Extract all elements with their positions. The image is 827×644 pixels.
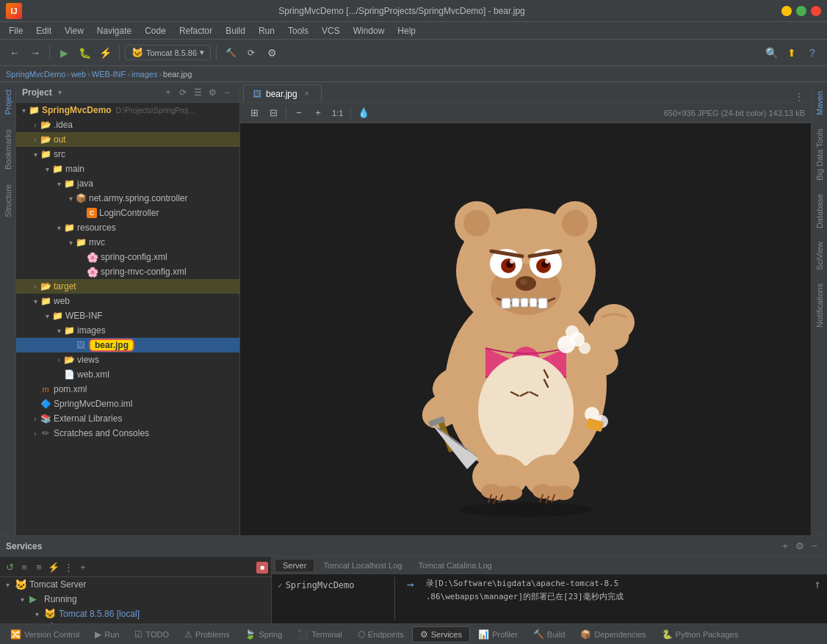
- svc-tomcat-local[interactable]: ▾ 🐱 Tomcat 8.5.86 [local]: [0, 607, 271, 621]
- bottom-tab-vcs[interactable]: 🔀 Version Control: [3, 627, 87, 642]
- svc-filter-btn[interactable]: ⚡: [47, 561, 60, 574]
- bottom-tab-run[interactable]: ▶ Run: [87, 627, 126, 642]
- tree-out[interactable]: › 📂 out: [16, 132, 239, 147]
- editor-tabs-more[interactable]: ⋮: [790, 92, 808, 102]
- menu-file[interactable]: File: [3, 24, 29, 37]
- svc-add-svc-btn[interactable]: +: [76, 561, 90, 574]
- tree-springmvcconfig[interactable]: 🌸 spring-mvc-config.xml: [16, 264, 239, 279]
- vertical-tab-project[interactable]: Project: [1, 82, 15, 122]
- breadcrumb-webinf[interactable]: WEB-INF: [92, 70, 126, 79]
- bottom-tab-services[interactable]: ⚙ Services: [412, 626, 470, 643]
- tree-web[interactable]: ▾ 📁 web: [16, 294, 239, 308]
- bottom-tab-dependencies[interactable]: 📦 Dependencies: [573, 627, 653, 642]
- panel-collapse-btn[interactable]: ☰: [191, 86, 204, 99]
- img-actual-size-btn[interactable]: ⊞: [246, 105, 262, 121]
- toolbar-rebuild-btn[interactable]: ⟳: [242, 44, 260, 62]
- toolbar-help-btn[interactable]: ?: [803, 44, 821, 62]
- menu-navigate[interactable]: Navigate: [91, 24, 137, 37]
- menu-view[interactable]: View: [59, 24, 90, 37]
- tree-target[interactable]: › 📂 target: [16, 279, 239, 294]
- tree-webinf[interactable]: ▾ 📁 WEB-INF: [16, 308, 239, 323]
- tree-logincontroller[interactable]: C LoginController: [16, 206, 239, 220]
- svc-running[interactable]: ▾ ▶ Running: [0, 592, 271, 607]
- services-add-btn[interactable]: +: [779, 540, 792, 553]
- deploy-app-item[interactable]: ✓ SpringMvcDemo: [278, 577, 389, 593]
- tree-springconfig[interactable]: 🌸 spring-config.xml: [16, 250, 239, 264]
- svc-tab-localhost-log[interactable]: Tomcat Localhost Log: [316, 560, 409, 571]
- menu-help[interactable]: Help: [391, 24, 422, 37]
- bottom-tab-endpoints[interactable]: ⬡ Endpoints: [350, 627, 411, 642]
- side-tab-notifications[interactable]: Notifications: [813, 278, 826, 333]
- close-button[interactable]: [811, 6, 821, 16]
- svc-springmvcdemo[interactable]: 🍃 SpringMvcDemo [Synchronized]: [0, 621, 271, 623]
- tree-package[interactable]: ▾ 📦 net.army.spring.controller: [16, 191, 239, 206]
- tree-resources[interactable]: ▾ 📁 resources: [16, 220, 239, 235]
- panel-hide-btn[interactable]: −: [220, 86, 234, 99]
- svc-tab-server[interactable]: Server: [275, 559, 314, 571]
- tree-scratches[interactable]: › ✏ Scratches and Consoles: [16, 426, 239, 441]
- svc-tomcat-server[interactable]: ▾ 🐱 Tomcat Server: [0, 577, 271, 592]
- tree-images[interactable]: ▾ 📁 images: [16, 323, 239, 338]
- vertical-tab-bookmarks[interactable]: Bookmarks: [1, 122, 15, 177]
- side-tab-maven[interactable]: Maven: [813, 85, 826, 121]
- tree-external-libraries[interactable]: › 📚 External Libraries: [16, 411, 239, 426]
- side-tab-sciview[interactable]: SciView: [813, 236, 826, 276]
- breadcrumb-springmvcdemo[interactable]: SpringMvcDemo: [6, 70, 65, 79]
- breadcrumb-bearjpg[interactable]: bear.jpg: [163, 70, 192, 79]
- minimize-button[interactable]: [781, 6, 792, 16]
- toolbar-run-btn[interactable]: ▶: [55, 44, 73, 62]
- tree-main[interactable]: ▾ 📁 main: [16, 162, 239, 176]
- menu-edit[interactable]: Edit: [30, 24, 57, 37]
- panel-add-btn[interactable]: +: [162, 86, 175, 99]
- side-tab-database[interactable]: Database: [813, 188, 826, 234]
- tree-bearjpg[interactable]: 🖼 bear.jpg: [16, 338, 239, 352]
- toolbar-settings-btn[interactable]: ⚙: [263, 44, 281, 62]
- side-tab-bigdata[interactable]: Big Data Tools: [813, 123, 826, 187]
- services-settings-btn[interactable]: ⚙: [793, 540, 806, 553]
- svc-stop-btn[interactable]: ■: [256, 562, 268, 574]
- tree-views[interactable]: › 📂 views: [16, 352, 239, 367]
- services-minimize-btn[interactable]: −: [808, 540, 821, 553]
- panel-sync-btn[interactable]: ⟳: [176, 86, 189, 99]
- svc-refresh-btn[interactable]: ↺: [3, 561, 16, 574]
- svc-tab-catalina-log[interactable]: Tomcat Catalina Log: [411, 560, 499, 571]
- bottom-tab-python[interactable]: 🐍 Python Packages: [654, 627, 746, 642]
- bottom-tab-profiler[interactable]: 📊 Profiler: [471, 627, 525, 642]
- img-grid-btn[interactable]: ⊟: [265, 105, 281, 121]
- svc-up-btn[interactable]: ≡: [18, 561, 31, 574]
- tree-root[interactable]: ▾ 📁 SpringMvcDemo D:\Projects\SpringProj…: [16, 103, 239, 117]
- bottom-tab-todo[interactable]: ☑ TODO: [127, 627, 176, 642]
- toolbar-update-btn[interactable]: ⬆: [783, 44, 801, 62]
- breadcrumb-web[interactable]: web: [71, 70, 86, 79]
- tree-mvc[interactable]: ▾ 📁 mvc: [16, 235, 239, 250]
- svc-more-btn[interactable]: ⋮: [62, 561, 75, 574]
- tomcat-config-btn[interactable]: 🐱 Tomcat 8.5.86 ▾: [125, 45, 211, 60]
- tree-iml[interactable]: 🔷 SpringMvcDemo.iml: [16, 397, 239, 411]
- tree-src[interactable]: ▾ 📁 src: [16, 147, 239, 162]
- panel-settings-btn[interactable]: ⚙: [206, 86, 219, 99]
- tab-close-btn[interactable]: ×: [302, 89, 312, 99]
- img-eyedropper-btn[interactable]: 💧: [355, 105, 372, 121]
- tab-bearjpg[interactable]: 🖼 bear.jpg ×: [243, 84, 322, 102]
- log-scroll-up[interactable]: ↑: [814, 577, 821, 591]
- breadcrumb-images[interactable]: images: [131, 70, 157, 79]
- toolbar-search-btn[interactable]: 🔍: [762, 44, 780, 62]
- menu-window[interactable]: Window: [347, 24, 391, 37]
- bottom-tab-spring[interactable]: 🍃 Spring: [237, 627, 289, 642]
- bottom-tab-problems[interactable]: ⚠ Problems: [177, 627, 236, 642]
- img-zoom-out-btn[interactable]: −: [291, 105, 307, 121]
- menu-vcs[interactable]: VCS: [316, 24, 346, 37]
- tree-webxml[interactable]: 📄 web.xml: [16, 367, 239, 382]
- img-zoom-in-btn[interactable]: +: [310, 105, 326, 121]
- vertical-tab-structure[interactable]: Structure: [1, 177, 15, 225]
- toolbar-forward-btn[interactable]: →: [26, 44, 44, 62]
- toolbar-profile-btn[interactable]: ⚡: [96, 44, 114, 62]
- tree-idea[interactable]: › 📂 .idea: [16, 117, 239, 132]
- menu-tools[interactable]: Tools: [282, 24, 314, 37]
- bottom-tab-build[interactable]: 🔨 Build: [526, 627, 572, 642]
- tree-pomxml[interactable]: m pom.xml: [16, 382, 239, 397]
- menu-build[interactable]: Build: [220, 24, 251, 37]
- toolbar-debug-btn[interactable]: 🐛: [76, 44, 93, 62]
- maximize-button[interactable]: [796, 6, 806, 16]
- menu-run[interactable]: Run: [253, 24, 281, 37]
